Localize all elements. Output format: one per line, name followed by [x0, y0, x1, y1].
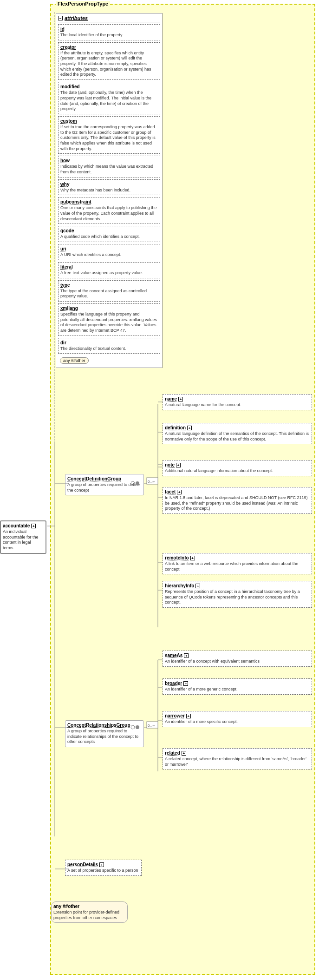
attr-literal: literal A free-text value assigned as pr…	[58, 262, 160, 278]
person-details-box: personDetails + A set of properties spec…	[65, 860, 142, 876]
right-item-broader: broader + An identifier of a more generi…	[163, 678, 312, 695]
right-broader-expand-icon[interactable]: +	[183, 681, 188, 686]
right-item-definition: definition + A natural language definiti…	[163, 423, 312, 444]
right-name-label: name	[165, 396, 177, 401]
person-details-desc: A set of properties specific to a person	[67, 868, 139, 874]
right-broader-desc: An identifier of a more generic concept.	[165, 687, 310, 692]
attr-qcode: qcode A qualified code which identifies …	[58, 226, 160, 242]
concept-def-group-label: ConceptDefinitionGroup	[67, 476, 121, 481]
right-remoteinfo-expand-icon[interactable]: +	[190, 556, 195, 560]
attr-dir-desc: The directionality of textual content.	[60, 346, 158, 352]
main-container: FlexPersonPropType − attributes id The l…	[0, 0, 319, 980]
attr-creator-desc: If the attribute is empty, specifies whi…	[60, 51, 158, 78]
right-narrower-desc: An identifier of a more specific concept…	[165, 719, 310, 725]
attr-xmllang-desc: Specifies the language of this property …	[60, 312, 158, 334]
attr-custom-desc: If set to true the corresponding propert…	[60, 125, 158, 151]
any-other-attr-container: any ##other	[58, 355, 160, 365]
attr-creator: creator If the attribute is empty, speci…	[58, 42, 160, 80]
concept-relationships-group: ConceptRelationshipsGroup A group of pro…	[65, 720, 144, 747]
right-item-sameas: sameAs + An identifier of a concept with…	[163, 651, 312, 667]
right-note-expand-icon[interactable]: +	[176, 463, 181, 467]
right-sameas-expand-icon[interactable]: +	[184, 653, 189, 658]
right-remoteinfo-label: remoteInfo	[165, 555, 189, 560]
right-item-hierarchyinfo: hierarchyInfo + Represents the position …	[163, 581, 312, 608]
any-other-bottom-desc: Extension point for provider-defined pro…	[53, 910, 125, 921]
right-hierarchyinfo-expand-icon[interactable]: +	[195, 584, 200, 588]
right-note-desc: Additional natural language information …	[165, 468, 310, 474]
attr-why-label: why	[60, 182, 69, 187]
right-hierarchyinfo-label: hierarchyInfo	[165, 583, 194, 588]
right-sameas-desc: An identifier of a concept with equivale…	[165, 659, 310, 664]
right-facet-desc: In NAR 1.8 and later, facet is deprecate…	[165, 495, 310, 512]
right-broader-label: broader	[165, 681, 182, 686]
person-details-expand-icon[interactable]: +	[99, 862, 104, 867]
attr-how-label: how	[60, 158, 70, 163]
right-hierarchyinfo-desc: Represents the position of a concept in …	[165, 589, 310, 605]
accountable-box: accountable + An individual accountable …	[0, 520, 46, 554]
accountable-label: accountable	[3, 523, 30, 528]
attr-custom: custom If set to true the corresponding …	[58, 116, 160, 154]
right-definition-expand-icon[interactable]: +	[187, 426, 192, 430]
right-name-expand-icon[interactable]: +	[178, 397, 183, 401]
attr-id-label: id	[60, 26, 65, 32]
accountable-desc: An individual accountable for the conten…	[3, 529, 44, 551]
attr-id: id The local identifier of the property.	[58, 24, 160, 40]
right-item-related: related + A related concept, where the r…	[163, 748, 312, 770]
right-item-facet: facet + In NAR 1.8 and later, facet is d…	[163, 487, 312, 514]
attr-modified-desc: The date (and, optionally, the time) whe…	[60, 90, 158, 112]
attr-id-desc: The local identifier of the property.	[60, 33, 158, 38]
person-details-label: personDetails	[67, 862, 98, 867]
attr-pubconstraint-label: pubconstraint	[60, 199, 91, 204]
right-item-narrower: narrower + An identifier of a more speci…	[163, 711, 312, 727]
attr-uri: uri A URI which identifies a concept.	[58, 244, 160, 260]
attr-type-desc: The type of the concept assigned as cont…	[60, 289, 158, 299]
right-name-desc: A natural language name for the concept.	[165, 402, 310, 408]
right-facet-label: facet	[165, 489, 176, 494]
attr-dir-label: dir	[60, 340, 66, 345]
concept-definition-group: ConceptDefinitionGroup A group of proper…	[65, 474, 144, 495]
concept-rel-group-desc: A group of properties required to indica…	[67, 729, 142, 745]
attr-literal-desc: A free-text value assigned as property v…	[60, 270, 158, 276]
right-item-note: note + Additional natural language infor…	[163, 460, 312, 476]
concept-def-group-desc: A group of properties required to define…	[67, 482, 142, 493]
attr-custom-label: custom	[60, 118, 77, 124]
any-other-attr-pill: any ##other	[60, 357, 89, 364]
attr-type: type The type of the concept assigned as…	[58, 280, 160, 302]
right-narrower-expand-icon[interactable]: +	[186, 714, 191, 718]
attr-creator-label: creator	[60, 45, 76, 50]
attr-modified-label: modified	[60, 84, 80, 89]
flex-title: FlexPersonPropType	[56, 1, 110, 7]
attr-pubconstraint: pubconstraint One or many constraints th…	[58, 197, 160, 224]
attributes-title: − attributes	[58, 15, 160, 22]
right-note-label: note	[165, 462, 175, 467]
attr-literal-label: literal	[60, 264, 73, 270]
right-narrower-label: narrower	[165, 713, 185, 718]
right-sameas-label: sameAs	[165, 653, 182, 658]
attr-xmllang: xmllang Specifies the language of this p…	[58, 303, 160, 336]
right-item-name: name + A natural language name for the c…	[163, 394, 312, 410]
attr-pubconstraint-desc: One or many constraints that apply to pu…	[60, 205, 158, 222]
attr-why-desc: Why the metadata has been included.	[60, 188, 158, 193]
attr-modified: modified The date (and, optionally, the …	[58, 82, 160, 114]
right-definition-label: definition	[165, 425, 186, 430]
right-item-remoteinfo: remoteInfo + A link to an item or a web …	[163, 553, 312, 574]
accountable-expand-icon[interactable]: +	[31, 524, 36, 528]
attr-xmllang-label: xmllang	[60, 306, 78, 311]
attr-dir: dir The directionality of textual conten…	[58, 338, 160, 354]
attr-why: why Why the metadata has been included.	[58, 179, 160, 196]
right-definition-desc: A natural language definition of the sem…	[165, 431, 310, 442]
any-other-bottom-label: any ##other	[53, 904, 79, 909]
right-remoteinfo-desc: A link to an item or a web resource whic…	[165, 561, 310, 572]
attr-qcode-label: qcode	[60, 228, 74, 233]
any-other-bottom-box: any ##other Extension point for provider…	[51, 901, 128, 923]
attributes-collapse-icon[interactable]: −	[58, 16, 63, 20]
attr-uri-desc: A URI which identifies a concept.	[60, 252, 158, 258]
attr-uri-label: uri	[60, 246, 66, 251]
right-related-expand-icon[interactable]: +	[182, 751, 186, 756]
attr-type-label: type	[60, 283, 70, 288]
attr-how: how Indicates by which means the value w…	[58, 156, 160, 177]
concept-rel-group-label: ConceptRelationshipsGroup	[67, 723, 130, 728]
right-related-label: related	[165, 750, 180, 756]
right-facet-expand-icon[interactable]: +	[177, 490, 182, 494]
attr-how-desc: Indicates by which means the value was e…	[60, 164, 158, 175]
